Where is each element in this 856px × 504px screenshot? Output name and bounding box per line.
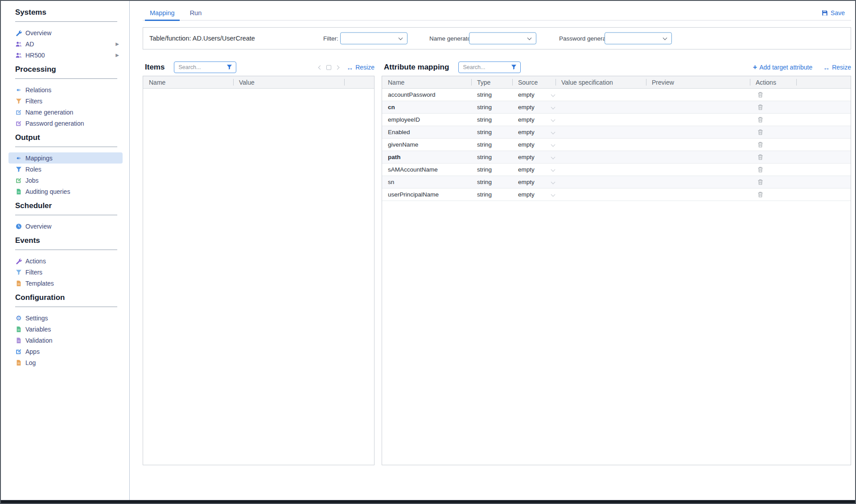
sidebar-item-overview[interactable]: Overview — [8, 27, 123, 38]
table-row: accountPassword string empty — [382, 89, 851, 101]
delete-icon[interactable] — [757, 141, 764, 148]
resize-label: Resize — [355, 64, 374, 71]
sidebar-item-roles[interactable]: Roles — [8, 164, 123, 175]
sidebar-item-label: Jobs — [25, 177, 39, 184]
source-select[interactable]: empty — [512, 166, 556, 173]
delete-icon[interactable] — [757, 116, 764, 123]
filter-select[interactable] — [340, 33, 407, 45]
source-select[interactable]: empty — [512, 179, 556, 185]
sidebar-item-auditing-queries[interactable]: Auditing queries — [8, 186, 123, 197]
attribute-mapping-title: Attribute mapping — [384, 63, 449, 72]
actions-cell — [750, 129, 796, 135]
sidebar-item-relations[interactable]: Relations — [8, 84, 123, 95]
sidebar-item-label: Validation — [25, 337, 52, 344]
sidebar-item-settings[interactable]: ⚙ Settings — [8, 312, 123, 324]
sidebar-item-variables[interactable]: Variables — [8, 324, 123, 335]
delete-icon[interactable] — [757, 104, 764, 111]
attribute-type: string — [471, 141, 512, 148]
chevron-down-icon — [551, 168, 556, 172]
source-select[interactable]: empty — [512, 91, 556, 98]
gear-icon: ⚙ — [15, 315, 22, 322]
attribute-resize-button[interactable]: ↔ Resize — [823, 64, 851, 71]
table-function-label: Table/function: AD.Users/UserCreate — [149, 35, 255, 42]
sidebar-item-label: Name generation — [25, 109, 73, 116]
sidebar-item-hr500[interactable]: HR500 ▶ — [8, 49, 123, 61]
sidebar-item-mappings[interactable]: Mappings — [8, 152, 123, 164]
sidebar-item-name-generation[interactable]: Name generation — [8, 107, 123, 118]
source-select[interactable]: empty — [512, 116, 556, 123]
tab-run[interactable]: Run — [185, 5, 207, 20]
sidebar-item-ad[interactable]: AD ▶ — [8, 38, 123, 49]
chevron-down-icon — [551, 130, 556, 135]
delete-icon[interactable] — [757, 154, 764, 160]
source-select[interactable]: empty — [512, 141, 556, 148]
delete-icon[interactable] — [757, 129, 764, 135]
delete-icon[interactable] — [757, 179, 764, 185]
attribute-name: employeeID — [382, 116, 471, 123]
plus-icon: + — [753, 64, 757, 71]
column-header-preview: Preview — [646, 76, 750, 88]
source-select[interactable]: empty — [512, 154, 556, 160]
actions-cell — [750, 179, 796, 185]
add-target-attribute-button[interactable]: + Add target attribute — [753, 64, 812, 71]
chevron-right-icon[interactable]: ▶ — [115, 42, 119, 46]
sidebar-item-label: Variables — [25, 326, 51, 333]
funnel-icon[interactable] — [226, 64, 232, 70]
attribute-type: string — [471, 91, 512, 98]
section-title: Events — [15, 236, 117, 246]
table-row: sAMAccountName string empty — [382, 164, 851, 176]
page-indicator-box[interactable] — [326, 65, 331, 70]
source-value: empty — [518, 166, 535, 173]
items-resize-button[interactable]: ↔ Resize — [346, 64, 374, 71]
source-select[interactable]: empty — [512, 191, 556, 198]
sidebar-item-event-filters[interactable]: Filters — [8, 266, 123, 278]
sidebar-item-label: Auditing queries — [25, 188, 70, 195]
column-header-value: Value — [233, 76, 344, 88]
attribute-type: string — [471, 191, 512, 198]
sidebar-item-label: AD — [25, 41, 34, 48]
clock-icon — [15, 223, 22, 230]
sidebar-section-systems: Systems Overview AD ▶ HR500 ▶ — [15, 8, 117, 61]
section-title: Configuration — [15, 293, 117, 303]
attribute-type: string — [471, 179, 512, 185]
chevron-right-icon[interactable]: ▶ — [115, 53, 119, 57]
actions-cell — [750, 141, 796, 148]
password-generator-select[interactable] — [605, 33, 672, 45]
sidebar-item-label: Overview — [25, 29, 51, 37]
save-button[interactable]: Save — [822, 9, 845, 16]
resize-arrows-icon: ↔ — [823, 64, 830, 71]
funnel-icon[interactable] — [511, 64, 517, 70]
sidebar-item-label: Filters — [25, 269, 42, 276]
section-title: Output — [15, 133, 117, 143]
wrench-icon — [15, 258, 22, 265]
source-select[interactable]: empty — [512, 129, 556, 135]
sidebar-item-password-generation[interactable]: Password generation — [8, 118, 123, 129]
sidebar-item-jobs[interactable]: Jobs — [8, 175, 123, 186]
delete-icon[interactable] — [757, 191, 764, 198]
sidebar-item-log[interactable]: Log — [8, 357, 123, 368]
attribute-search — [458, 61, 521, 73]
sidebar-item-scheduler-overview[interactable]: Overview — [8, 221, 123, 232]
sidebar-item-apps[interactable]: Apps — [8, 346, 123, 357]
chevron-down-icon — [551, 93, 556, 97]
sidebar-section-scheduler: Scheduler Overview — [15, 201, 117, 232]
chevron-down-icon — [551, 155, 556, 160]
sidebar-section-processing: Processing Relations Filters Name genera… — [15, 65, 117, 129]
source-select[interactable]: empty — [512, 104, 556, 111]
section-title: Processing — [15, 65, 117, 75]
sidebar-item-actions[interactable]: Actions — [8, 255, 123, 266]
sidebar-item-filters[interactable]: Filters — [8, 95, 123, 107]
section-divider — [15, 78, 117, 79]
sidebar-item-validation[interactable]: Validation — [8, 335, 123, 346]
next-page-icon[interactable] — [335, 65, 340, 70]
column-header-source: Source — [512, 76, 556, 88]
prev-page-icon[interactable] — [318, 65, 323, 70]
name-generator-select[interactable] — [469, 33, 536, 45]
sidebar-item-templates[interactable]: Templates — [8, 278, 123, 289]
edit-icon — [15, 348, 22, 355]
attribute-name: Enabled — [382, 129, 471, 135]
tab-mapping[interactable]: Mapping — [145, 5, 180, 20]
delete-icon[interactable] — [757, 91, 764, 98]
delete-icon[interactable] — [757, 166, 764, 173]
actions-cell — [750, 116, 796, 123]
